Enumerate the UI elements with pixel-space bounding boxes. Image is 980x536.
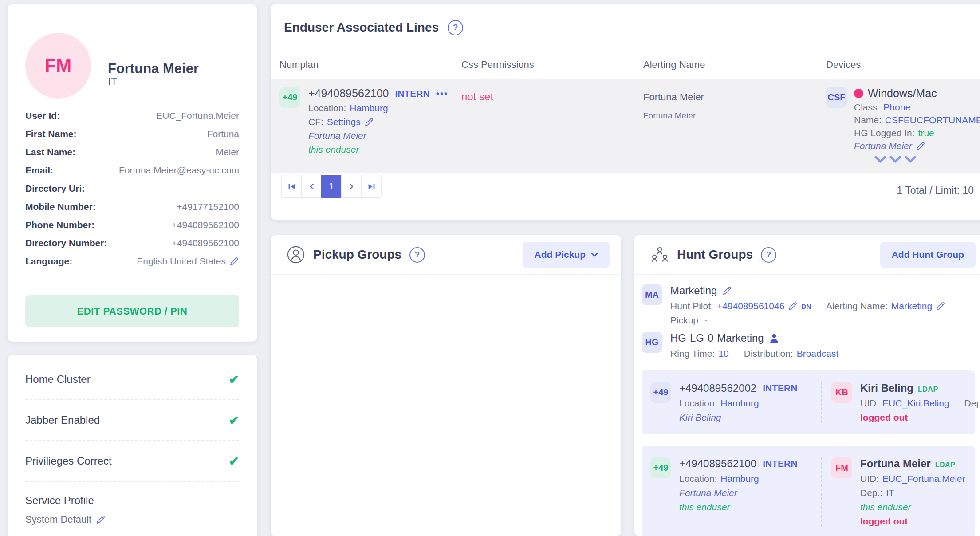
org-people-icon — [650, 245, 669, 264]
status-row-home-cluster: Home Cluster ✔ — [25, 359, 239, 400]
devices-cell: CSF Windows/Mac Class: Phone Name: CSFEU… — [826, 87, 980, 163]
hunt-pilot-entry: MA Marketing Hunt Pilot: +494089561046 D… — [642, 284, 975, 326]
device-title: Windows/Mac — [868, 87, 937, 100]
edit-password-pin-button[interactable]: EDIT PASSWORD / PIN — [25, 295, 239, 327]
location-link[interactable]: Hamburg — [720, 398, 759, 409]
field-value: English United States — [137, 256, 226, 267]
member-name: Fortuna Meier — [860, 457, 931, 470]
members-icon[interactable] — [769, 333, 779, 343]
field-user-id: User Id: EUC_Fortuna.Meier — [25, 106, 239, 125]
distribution-label: Distribution: — [744, 348, 793, 359]
ldap-tag: LDAP — [935, 461, 956, 469]
pickup-value: - — [704, 315, 708, 326]
field-value: +49177152100 — [177, 201, 239, 212]
field-label: Phone Number: — [25, 220, 94, 230]
person-circle-icon — [287, 245, 305, 264]
field-directory-uri: Directory Uri: — [25, 179, 239, 197]
help-icon[interactable]: ? — [409, 247, 425, 263]
uid-label: UID: — [860, 473, 879, 484]
expand-chevron-icon[interactable] — [874, 156, 886, 163]
status-row-privileges-correct: Privilieges Correct ✔ — [25, 441, 239, 482]
cf-settings-link[interactable]: Settings — [327, 117, 361, 127]
column-header-css-permissions: Css Permissions — [461, 59, 643, 71]
distribution-value[interactable]: Broadcast — [797, 348, 839, 359]
line-number: +494089562002 — [679, 382, 756, 394]
member-name: Kiri Beling — [860, 382, 913, 394]
hunt-pilot-label: Hunt Pilot: — [670, 301, 713, 311]
hunt-groups-title: Hunt Groups — [677, 248, 753, 262]
device-owner: Fortuna Meier — [854, 141, 912, 151]
pagination-next-button[interactable] — [341, 175, 362, 198]
this-enduser-note: this enduser — [308, 144, 449, 155]
ring-time-value[interactable]: 10 — [718, 348, 728, 359]
device-name-link[interactable]: CSFEUCFORTUNAME — [885, 115, 980, 126]
field-value: Fortuna.Meier@easy-uc.com — [119, 165, 239, 176]
device-class-link[interactable]: Phone — [883, 102, 910, 113]
service-profile-value: System Default — [25, 514, 91, 525]
lines-card-header: Enduser Associated Lines ? — [271, 4, 980, 51]
dep-label: Dep.: — [860, 488, 882, 498]
field-phone-number: Phone Number: +494089562100 — [25, 216, 239, 234]
help-icon[interactable]: ? — [761, 247, 776, 263]
more-menu-icon[interactable]: ••• — [436, 88, 449, 99]
uid-link[interactable]: EUC_Kiri.Beling — [882, 398, 949, 409]
edit-device-owner-icon[interactable] — [916, 141, 925, 151]
expand-chevron-icon[interactable] — [889, 156, 901, 163]
hunt-groups-header: Hunt Groups ? Add Hunt Group — [634, 235, 980, 275]
field-value: Fortuna — [207, 129, 239, 139]
edit-service-profile-icon[interactable] — [96, 515, 106, 524]
enduser-associated-lines-card: Enduser Associated Lines ? Numplan Css P… — [271, 4, 980, 220]
line-group-badge: HG — [642, 332, 662, 353]
location-link[interactable]: Hamburg — [720, 473, 759, 484]
column-header-devices: Devices — [826, 59, 980, 71]
location-link[interactable]: Hamburg — [350, 103, 388, 114]
uid-link[interactable]: EUC_Fortuna.Meier — [882, 473, 965, 484]
hg-logged-in-value: true — [918, 128, 934, 138]
add-hunt-group-button[interactable]: Add Hunt Group — [880, 242, 976, 268]
country-code-badge: +49 — [650, 382, 671, 403]
edit-alerting-name-icon[interactable] — [936, 301, 945, 311]
check-icon: ✔ — [229, 413, 239, 428]
dep-link[interactable]: IT — [886, 488, 894, 498]
member-line-cell: +49 +494089562100 INTERN Location: Hambu… — [650, 457, 821, 527]
css-permissions-value: not set — [461, 91, 493, 102]
status-label: Privilieges Correct — [25, 455, 112, 467]
device-type-badge: CSF — [826, 87, 847, 108]
pagination-prev-button[interactable] — [301, 175, 322, 198]
pagination-last-button[interactable] — [361, 175, 382, 198]
help-icon[interactable]: ? — [448, 20, 463, 35]
hunt-pilot-badge: MA — [642, 284, 662, 305]
edit-hunt-pilot-icon[interactable] — [722, 286, 732, 296]
this-enduser-note: this enduser — [860, 502, 965, 512]
edit-language-icon[interactable] — [229, 256, 239, 266]
hunt-pilot-number-link[interactable]: +494089561046 — [717, 301, 784, 311]
dn-tag: DN — [801, 303, 811, 310]
field-label: First Name: — [25, 129, 77, 139]
dep-label: Dep.: — [964, 398, 980, 409]
numplan-cell: +49 +494089562100 INTERN ••• Location: H… — [279, 87, 461, 163]
hunt-pilot-name: Marketing — [670, 284, 717, 297]
expand-chevron-icon[interactable] — [905, 156, 916, 163]
field-label: Directory Uri: — [25, 183, 85, 194]
pagination-page-1[interactable]: 1 — [321, 175, 342, 198]
edit-dn-icon[interactable] — [788, 301, 798, 311]
hunt-member-row: +49 +494089562002 INTERN Location: Hambu… — [642, 370, 975, 434]
status-label: Jabber Enabled — [25, 414, 100, 426]
location-label: Location: — [679, 398, 717, 409]
intern-tag: INTERN — [763, 458, 797, 469]
intern-tag: INTERN — [763, 383, 797, 394]
alerting-name-link[interactable]: Marketing — [891, 301, 932, 311]
table-row: +49 +494089562100 INTERN ••• Location: H… — [271, 79, 980, 173]
pickup-groups-card: Pickup Groups ? Add Pickup — [271, 235, 621, 536]
css-permissions-cell: not set — [461, 87, 643, 163]
user-initials-badge: KB — [831, 382, 852, 403]
pagination-first-button[interactable] — [281, 175, 302, 198]
field-value: +494089562100 — [172, 238, 239, 248]
check-icon: ✔ — [229, 372, 239, 387]
edit-cf-icon[interactable] — [364, 117, 374, 127]
line-owner: Fortuna Meier — [679, 488, 797, 498]
field-label: Directory Number: — [25, 238, 107, 248]
field-label: Email: — [25, 165, 53, 176]
profile-fields: User Id: EUC_Fortuna.Meier First Name: F… — [25, 106, 239, 270]
add-pickup-button[interactable]: Add Pickup — [523, 242, 610, 268]
